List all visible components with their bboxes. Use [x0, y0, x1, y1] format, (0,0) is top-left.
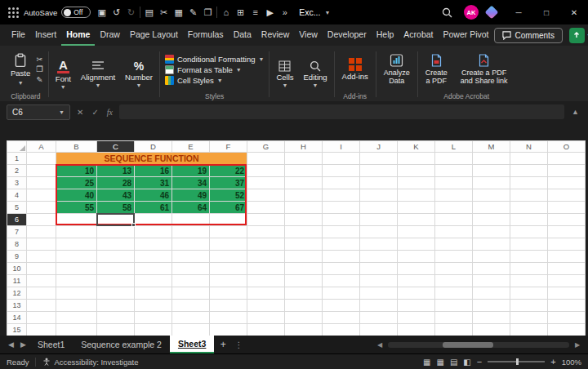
cell-A12[interactable]	[27, 287, 56, 300]
cell-F6[interactable]	[210, 214, 247, 226]
clipboard-icon[interactable]: ▤	[143, 5, 155, 20]
page-layout-view-icon[interactable]: ▤	[450, 358, 457, 367]
cell-G5[interactable]	[247, 202, 285, 214]
cell-A13[interactable]	[27, 300, 56, 312]
cell-F7[interactable]	[210, 226, 247, 238]
row-header-10[interactable]: 10	[7, 263, 27, 275]
cell-H8[interactable]	[285, 238, 323, 251]
menu-tab-help[interactable]: Help	[372, 24, 399, 46]
autosave-toggle[interactable]: AutoSave Off	[24, 7, 91, 18]
share-button[interactable]	[569, 28, 585, 43]
comments-button[interactable]: Comments	[494, 28, 563, 43]
cell-H6[interactable]	[285, 214, 323, 226]
cell-E8[interactable]	[172, 238, 210, 251]
cell-L14[interactable]	[435, 312, 473, 324]
cell-H12[interactable]	[285, 287, 323, 300]
cell-N8[interactable]	[510, 238, 548, 251]
cell-H5[interactable]	[285, 202, 323, 214]
cell-G15[interactable]	[247, 324, 285, 336]
cell-A5[interactable]	[27, 202, 56, 214]
cell-I6[interactable]	[323, 214, 360, 226]
cell-I3[interactable]	[323, 177, 360, 189]
column-header-D[interactable]: D	[135, 141, 172, 153]
cell-B9[interactable]	[56, 251, 97, 263]
cell-L6[interactable]	[435, 214, 473, 226]
row-header-8[interactable]: 8	[7, 238, 27, 251]
cell-L2[interactable]	[435, 165, 473, 177]
cell-D3[interactable]: 31	[135, 177, 172, 189]
cell-L1[interactable]	[435, 153, 473, 165]
cell-N9[interactable]	[510, 251, 548, 263]
editing-group-button[interactable]: Editing ▼	[299, 47, 332, 101]
cell-J3[interactable]	[360, 177, 398, 189]
cell-G8[interactable]	[247, 238, 285, 251]
cell-F15[interactable]	[210, 324, 247, 336]
cell-E14[interactable]	[172, 312, 210, 324]
cell-B2[interactable]: 10	[56, 165, 97, 177]
cell-I9[interactable]	[323, 251, 360, 263]
sheet-tab-sheet3[interactable]: Sheet3	[170, 336, 214, 353]
menu-tab-draw[interactable]: Draw	[95, 24, 125, 46]
cell-H9[interactable]	[285, 251, 323, 263]
cell-C8[interactable]	[97, 238, 135, 251]
cell-N11[interactable]	[510, 275, 548, 287]
cell-B12[interactable]	[56, 287, 97, 300]
cell-L10[interactable]	[435, 263, 473, 275]
cell-G14[interactable]	[247, 312, 285, 324]
format-painter-icon[interactable]: ✎	[187, 5, 199, 20]
cell-L13[interactable]	[435, 300, 473, 312]
row-header-9[interactable]: 9	[7, 251, 27, 263]
cell-E4[interactable]: 49	[172, 189, 210, 202]
cell-J10[interactable]	[360, 263, 398, 275]
menu-tab-page-layout[interactable]: Page Layout	[125, 24, 183, 46]
list-icon[interactable]: ≡	[249, 5, 261, 20]
cell-A3[interactable]	[27, 177, 56, 189]
font-group-button[interactable]: A Font ▼	[51, 47, 76, 101]
cell-M9[interactable]	[473, 251, 510, 263]
close-button[interactable]: ✕	[560, 0, 588, 24]
cell-N14[interactable]	[510, 312, 548, 324]
cell-J11[interactable]	[360, 275, 398, 287]
autosave-switch[interactable]: Off	[61, 7, 91, 18]
zoom-level[interactable]: 100%	[562, 358, 581, 367]
cell-D13[interactable]	[135, 300, 172, 312]
cell-O13[interactable]	[548, 300, 586, 312]
cell-O8[interactable]	[548, 238, 586, 251]
column-header-J[interactable]: J	[360, 141, 398, 153]
format-painter-icon[interactable]: ✎	[36, 76, 43, 84]
copilot-icon[interactable]	[485, 6, 498, 19]
cell-N4[interactable]	[510, 189, 548, 202]
cell-K15[interactable]	[398, 324, 435, 336]
format-as-table-button[interactable]: Format as Table ▼	[165, 65, 265, 74]
cell-L9[interactable]	[435, 251, 473, 263]
cut-icon[interactable]: ✂	[36, 56, 43, 64]
cell-K6[interactable]	[398, 214, 435, 226]
cell-M4[interactable]	[473, 189, 510, 202]
cell-M14[interactable]	[473, 312, 510, 324]
cell-M7[interactable]	[473, 226, 510, 238]
cell-B4[interactable]: 40	[56, 189, 97, 202]
cell-D11[interactable]	[135, 275, 172, 287]
cell-E7[interactable]	[172, 226, 210, 238]
cell-M8[interactable]	[473, 238, 510, 251]
cell-C9[interactable]	[97, 251, 135, 263]
cell-M2[interactable]	[473, 165, 510, 177]
cell-O3[interactable]	[548, 177, 586, 189]
search-icon[interactable]	[436, 0, 457, 24]
cell-F8[interactable]	[210, 238, 247, 251]
column-header-G[interactable]: G	[247, 141, 285, 153]
cell-O1[interactable]	[548, 153, 586, 165]
cell-H10[interactable]	[285, 263, 323, 275]
zoom-out-button[interactable]: −	[477, 358, 482, 367]
column-header-F[interactable]: F	[210, 141, 247, 153]
cell-K4[interactable]	[398, 189, 435, 202]
accessibility-button[interactable]: Accessibility: Investigate	[42, 358, 138, 367]
menu-tab-data[interactable]: Data	[229, 24, 256, 46]
cell-E9[interactable]	[172, 251, 210, 263]
cell-G13[interactable]	[247, 300, 285, 312]
cut-icon[interactable]: ✂	[158, 5, 170, 20]
cell-H7[interactable]	[285, 226, 323, 238]
cell-F12[interactable]	[210, 287, 247, 300]
scroll-right-icon[interactable]: ▶	[572, 341, 583, 349]
cell-O4[interactable]	[548, 189, 586, 202]
